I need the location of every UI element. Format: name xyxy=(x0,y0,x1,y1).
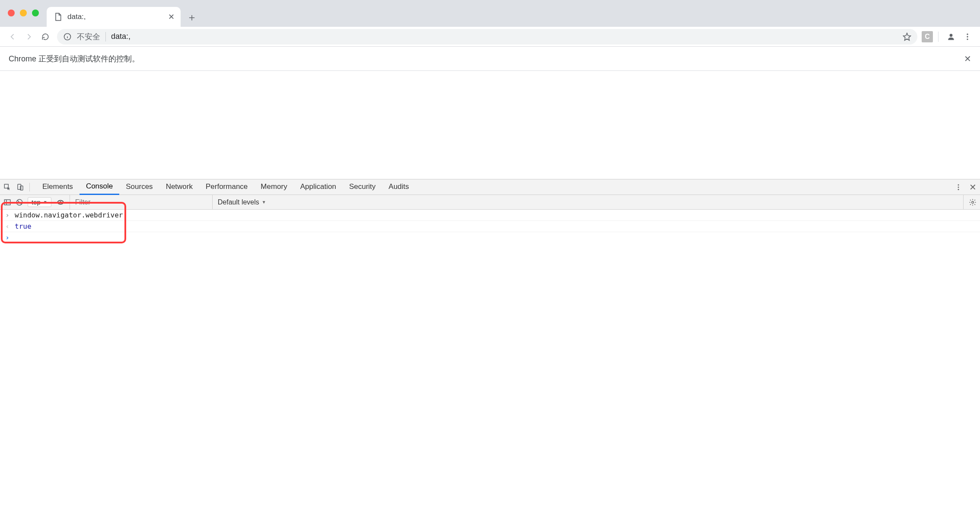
svg-rect-14 xyxy=(4,200,10,205)
tab-title: data:, xyxy=(67,13,163,21)
devtools-panel: Elements Console Sources Network Perform… xyxy=(0,179,980,530)
window-controls xyxy=(8,10,39,16)
console-result: true xyxy=(15,222,32,230)
toolbar-separator xyxy=(938,32,939,42)
page-viewport xyxy=(0,71,980,179)
output-chevron-icon: ‹ xyxy=(4,222,10,230)
security-label: 不安全 xyxy=(77,32,100,42)
console-toolbar: top ▼ Default levels ▼ xyxy=(0,195,980,210)
tab-sources[interactable]: Sources xyxy=(119,179,159,195)
svg-point-5 xyxy=(967,33,968,35)
tab-audits[interactable]: Audits xyxy=(382,179,415,195)
svg-point-12 xyxy=(958,186,959,188)
console-settings-icon[interactable] xyxy=(963,195,977,209)
new-tab-button[interactable]: ＋ xyxy=(184,10,200,25)
window-zoom-button[interactable] xyxy=(32,10,39,16)
input-chevron-icon: › xyxy=(4,211,10,219)
info-icon xyxy=(63,32,72,41)
svg-point-13 xyxy=(958,188,959,190)
devtools-tabstrip: Elements Console Sources Network Perform… xyxy=(0,179,980,195)
live-expression-icon[interactable] xyxy=(56,198,65,207)
devtools-kebab-menu-icon[interactable] xyxy=(955,183,962,191)
context-label: top xyxy=(32,198,41,206)
browser-toolbar: 不安全 data:, C xyxy=(0,27,980,47)
chevron-down-icon: ▼ xyxy=(262,200,266,204)
automation-infobar: Chrome 正受到自动测试软件的控制。 ✕ xyxy=(0,47,980,71)
console-code: window.navigator.webdriver xyxy=(15,211,123,219)
console-output-line: ‹ true xyxy=(0,221,980,232)
devtools-panel-list: Elements Console Sources Network Perform… xyxy=(36,179,416,195)
devtools-separator xyxy=(29,183,30,192)
execution-context-selector[interactable]: top ▼ xyxy=(28,197,51,207)
omnibox-divider xyxy=(105,32,106,42)
browser-menu-button[interactable] xyxy=(960,29,975,44)
console-prompt-line[interactable]: › xyxy=(0,232,980,243)
tab-memory[interactable]: Memory xyxy=(254,179,293,195)
svg-point-6 xyxy=(967,36,968,37)
reload-button[interactable] xyxy=(38,29,53,44)
console-output[interactable]: › window.navigator.webdriver ‹ true › xyxy=(0,210,980,530)
window-minimize-button[interactable] xyxy=(20,10,27,16)
device-toolbar-icon[interactable] xyxy=(16,183,24,191)
svg-point-11 xyxy=(958,184,959,185)
address-bar[interactable]: 不安全 data:, xyxy=(57,29,917,45)
tab-application[interactable]: Application xyxy=(294,179,343,195)
profile-icon[interactable] xyxy=(944,29,958,44)
svg-point-19 xyxy=(60,201,62,203)
devtools-close-button[interactable]: ✕ xyxy=(969,182,977,192)
tab-elements[interactable]: Elements xyxy=(36,179,80,195)
console-sidebar-toggle-icon[interactable] xyxy=(3,198,11,206)
svg-point-7 xyxy=(967,38,968,40)
file-icon xyxy=(54,13,62,21)
tab-close-button[interactable]: ✕ xyxy=(168,12,175,22)
window-close-button[interactable] xyxy=(8,10,15,16)
prompt-chevron-icon: › xyxy=(4,233,10,242)
url-text: data:, xyxy=(111,32,897,41)
forward-button[interactable] xyxy=(22,29,36,44)
back-button[interactable] xyxy=(5,29,20,44)
infobar-close-button[interactable]: ✕ xyxy=(964,54,971,64)
svg-marker-3 xyxy=(904,33,911,40)
tab-security[interactable]: Security xyxy=(343,179,382,195)
chevron-down-icon: ▼ xyxy=(43,200,48,204)
clear-console-icon[interactable] xyxy=(16,198,23,206)
infobar-message: Chrome 正受到自动测试软件的控制。 xyxy=(9,54,964,64)
console-input-line: › window.navigator.webdriver xyxy=(0,210,980,221)
tab-console[interactable]: Console xyxy=(80,179,119,195)
log-levels-selector[interactable]: Default levels ▼ xyxy=(212,195,271,209)
inspect-element-icon[interactable] xyxy=(3,183,11,191)
svg-line-17 xyxy=(18,200,22,204)
tab-network[interactable]: Network xyxy=(159,179,199,195)
levels-label: Default levels xyxy=(218,198,259,206)
bookmark-star-icon[interactable] xyxy=(903,32,911,41)
browser-tab[interactable]: data:, ✕ xyxy=(47,7,181,27)
tab-performance[interactable]: Performance xyxy=(199,179,254,195)
window-titlebar: data:, ✕ ＋ xyxy=(0,0,980,27)
svg-point-20 xyxy=(972,201,974,203)
console-filter-input[interactable] xyxy=(70,195,208,209)
tab-strip: data:, ✕ ＋ xyxy=(47,0,200,27)
extension-badge[interactable]: C xyxy=(922,31,933,42)
svg-point-4 xyxy=(950,34,953,37)
